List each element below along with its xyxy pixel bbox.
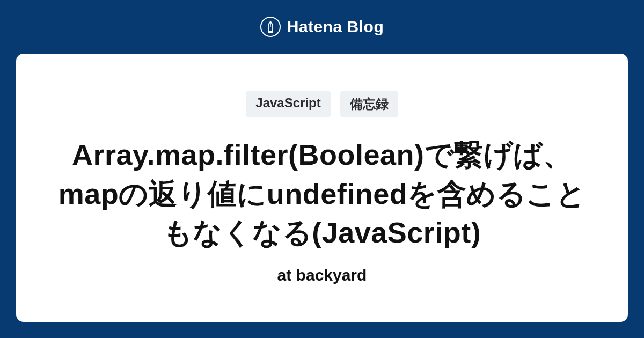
svg-point-0 [269, 25, 271, 27]
article-title: Array.map.filter(Boolean)で繋げば、mapの返り値にun… [48, 135, 596, 253]
blog-name: at backyard [277, 266, 367, 284]
tag-item: 備忘録 [340, 91, 398, 117]
brand-logo-wrap: Hatena Blog [260, 17, 384, 37]
brand-text: Hatena Blog [287, 18, 384, 36]
tag-list: JavaScript 備忘録 [246, 91, 398, 117]
tag-item: JavaScript [246, 91, 330, 117]
brand-header: Hatena Blog [260, 0, 384, 54]
pen-icon [260, 17, 281, 37]
article-card: JavaScript 備忘録 Array.map.filter(Boolean)… [16, 54, 628, 322]
